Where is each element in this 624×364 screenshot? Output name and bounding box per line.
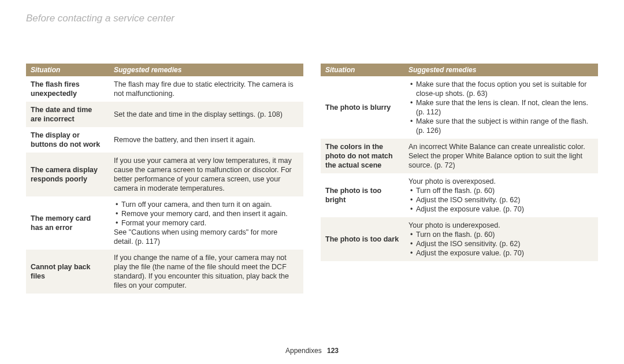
remedy-cell: If you change the name of a file, your c… xyxy=(109,250,303,294)
remedy-text: If you use your camera at very low tempe… xyxy=(114,156,299,193)
table-row: The date and time are incorrectSet the d… xyxy=(26,102,303,127)
remedy-cell: Set the date and time in the display set… xyxy=(109,102,303,127)
remedy-bullet-list: Make sure that the focus option you set … xyxy=(408,80,593,135)
remedy-bullet: Adjust the exposure value. (p. 70) xyxy=(408,248,593,258)
remedy-cell: Your photo is underexposed.Turn on the f… xyxy=(404,217,598,261)
table-row: The colors in the photo do not match the… xyxy=(321,139,598,173)
remedy-cell: Turn off your camera, and then turn it o… xyxy=(109,196,303,250)
right-column: Situation Suggested remedies The photo i… xyxy=(321,64,598,294)
troubleshoot-table-left: Situation Suggested remedies The flash f… xyxy=(26,64,303,294)
troubleshoot-table-right: Situation Suggested remedies The photo i… xyxy=(321,64,598,261)
col-header-remedies: Suggested remedies xyxy=(404,64,598,76)
situation-cell: The colors in the photo do not match the… xyxy=(321,139,404,173)
remedy-bullet-list: Turn off your camera, and then turn it o… xyxy=(114,200,299,228)
page-footer: Appendixes 123 xyxy=(0,347,624,355)
situation-cell: The photo is too bright xyxy=(321,173,404,217)
remedy-bullet: Make sure that the subject is within ran… xyxy=(408,117,593,135)
page-title: Before contacting a service center xyxy=(26,13,174,24)
col-header-situation: Situation xyxy=(321,64,404,76)
remedy-bullet: Format your memory card. xyxy=(114,218,299,228)
remedy-lead-text: Your photo is overexposed. xyxy=(408,177,593,186)
table-row: The photo is too darkYour photo is under… xyxy=(321,217,598,261)
remedy-cell: An incorrect White Balance can create un… xyxy=(404,139,598,173)
remedy-bullet: Turn off the flash. (p. 60) xyxy=(408,186,593,195)
remedy-text: Set the date and time in the display set… xyxy=(114,110,299,119)
col-header-situation: Situation xyxy=(26,64,109,76)
remedy-text: The flash may fire due to static electri… xyxy=(114,80,299,98)
col-header-remedies: Suggested remedies xyxy=(109,64,303,76)
situation-cell: The date and time are incorrect xyxy=(26,102,109,127)
remedy-text: An incorrect White Balance can create un… xyxy=(408,142,593,170)
remedy-bullet: Adjust the exposure value. (p. 70) xyxy=(408,205,593,214)
remedy-bullet-list: Turn off the flash. (p. 60)Adjust the IS… xyxy=(408,186,593,214)
table-row: Cannot play back filesIf you change the … xyxy=(26,250,303,294)
left-column: Situation Suggested remedies The flash f… xyxy=(26,64,303,294)
situation-cell: The display or buttons do not work xyxy=(26,127,109,153)
remedy-bullet-list: Turn on the flash. (p. 60)Adjust the ISO… xyxy=(408,230,593,258)
situation-cell: The flash fires unexpectedly xyxy=(26,76,109,102)
remedy-bullet: Remove your memory card, and then insert… xyxy=(114,209,299,218)
situation-cell: The memory card has an error xyxy=(26,196,109,250)
remedy-text: If you change the name of a file, your c… xyxy=(114,253,299,290)
situation-cell: Cannot play back files xyxy=(26,250,109,294)
situation-cell: The camera display responds poorly xyxy=(26,153,109,196)
remedy-tail-text: See "Cautions when using memory cards" f… xyxy=(114,228,299,246)
remedy-bullet: Adjust the ISO sensitivity. (p. 62) xyxy=(408,239,593,248)
remedy-text: Remove the battery, and then insert it a… xyxy=(114,135,299,144)
remedy-bullet: Make sure that the focus option you set … xyxy=(408,80,593,98)
table-row: The camera display responds poorlyIf you… xyxy=(26,153,303,196)
remedy-bullet: Turn on the flash. (p. 60) xyxy=(408,230,593,239)
footer-section: Appendixes xyxy=(285,347,322,355)
remedy-lead-text: Your photo is underexposed. xyxy=(408,221,593,230)
footer-page-number: 123 xyxy=(327,347,339,355)
remedy-bullet: Make sure that the lens is clean. If not… xyxy=(408,98,593,117)
remedy-cell: If you use your camera at very low tempe… xyxy=(109,153,303,196)
table-row: The flash fires unexpectedlyThe flash ma… xyxy=(26,76,303,102)
table-row: The photo is too brightYour photo is ove… xyxy=(321,173,598,217)
remedy-cell: Remove the battery, and then insert it a… xyxy=(109,127,303,153)
situation-cell: The photo is blurry xyxy=(321,76,404,139)
remedy-cell: Your photo is overexposed.Turn off the f… xyxy=(404,173,598,217)
remedy-bullet: Turn off your camera, and then turn it o… xyxy=(114,200,299,209)
table-row: The photo is blurryMake sure that the fo… xyxy=(321,76,598,139)
remedy-cell: The flash may fire due to static electri… xyxy=(109,76,303,102)
situation-cell: The photo is too dark xyxy=(321,217,404,261)
page-body: Situation Suggested remedies The flash f… xyxy=(26,64,598,294)
remedy-cell: Make sure that the focus option you set … xyxy=(404,76,598,139)
table-row: The memory card has an errorTurn off you… xyxy=(26,196,303,250)
remedy-bullet: Adjust the ISO sensitivity. (p. 62) xyxy=(408,195,593,205)
table-row: The display or buttons do not workRemove… xyxy=(26,127,303,153)
